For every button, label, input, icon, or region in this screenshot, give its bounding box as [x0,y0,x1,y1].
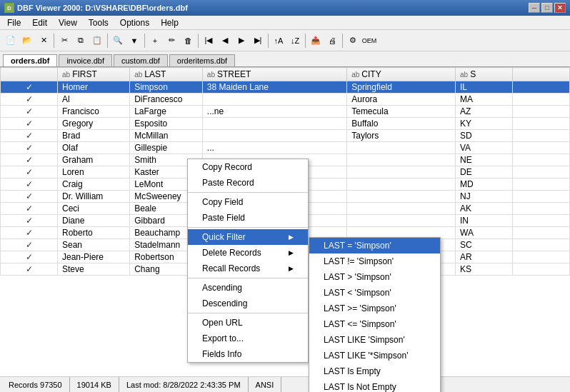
close-icon[interactable]: ✕ [36,33,51,49]
oem-icon[interactable]: OEM [361,33,377,49]
row-state: AK [456,203,513,215]
table-row[interactable]: ✓ Homer Simpson 38 Maiden Lane Springfie… [1,81,570,94]
tab-orders[interactable]: orders.dbf [3,54,57,66]
settings-icon[interactable]: ⚙ [345,33,361,49]
row-last: Simpson [130,81,203,94]
filter-less[interactable]: LAST < 'Simpson' [309,285,440,301]
table-row[interactable]: ✓ Gregory Esposito Buffalo KY [1,118,570,130]
status-bar: Records 97350 19014 KB Last mod: 8/28/20… [0,376,570,392]
menu-copy-field[interactable]: Copy Field [188,194,308,210]
col-street[interactable]: abSTREET [202,68,346,81]
menu-tools[interactable]: Tools [83,16,114,29]
minimize-button[interactable]: ─ [529,3,540,13]
filter-is-not-empty[interactable]: LAST Is Not Empty [309,379,440,392]
row-check: ✓ [1,215,58,227]
row-first: Loren [58,166,130,179]
export-icon[interactable]: 📤 [308,33,324,49]
row-street [202,130,346,142]
cut-icon[interactable]: ✂ [56,33,72,49]
close-button[interactable]: ✕ [554,3,566,13]
new-icon[interactable]: 📄 [3,33,19,49]
add-icon[interactable]: + [147,33,163,49]
col-last[interactable]: abLAST [130,68,203,81]
menu-file[interactable]: File [1,16,26,29]
filter-like[interactable]: LAST LIKE 'Simpson' [309,332,440,348]
row-check: ✓ [1,94,58,106]
menu-export[interactable]: Export to... [188,331,308,346]
menu-delete-records[interactable]: Delete Records ▶ [188,245,308,261]
filter-equal[interactable]: LAST = 'Simpson' [309,238,440,253]
row-first: Gregory [58,118,130,130]
row-city [347,203,456,215]
tab-invoice[interactable]: invoice.dbf [59,54,112,66]
filter-gte[interactable]: LAST >= 'Simpson' [309,301,440,316]
sort-desc-icon[interactable]: ↓Z [287,33,303,49]
row-street: ... [202,142,346,154]
row-check: ✓ [1,179,58,191]
filter-like-star[interactable]: LAST LIKE '*Simpson' [309,348,440,363]
row-check: ✓ [1,81,58,94]
row-last: McMillan [130,130,203,142]
menu-paste-field[interactable]: Paste Field [188,210,308,226]
menu-copy-record[interactable]: Copy Record [188,159,308,175]
quick-filter-arrow: ▶ [289,233,294,241]
menu-open-url[interactable]: Open URL [188,315,308,331]
status-encoding: ANSI [249,377,282,392]
row-first: Dr. William [58,191,130,203]
title-bar-text: DBF Viewer 2000: D:\VSHARE\DBF\orders.db… [17,4,188,12]
menu-options[interactable]: Options [114,16,155,29]
menu-descending[interactable]: Descending [188,296,308,311]
row-state: SD [456,130,513,142]
row-check: ✓ [1,263,58,276]
tab-orderitems[interactable]: orderitems.dbf [169,54,235,66]
delete-icon[interactable]: 🗑 [180,33,196,49]
table-row[interactable]: ✓ Olaf Gillespie ... VA [1,142,570,154]
status-lastmod: Last mod: 8/28/2022 2:43:35 PM [119,377,249,392]
filter-not-equal[interactable]: LAST != 'Simpson' [309,253,440,269]
context-menu-quick-filter: LAST = 'Simpson' LAST != 'Simpson' LAST … [309,237,441,392]
row-first: Graham [58,154,130,166]
copy-icon[interactable]: ⧉ [73,33,89,49]
table-row[interactable]: ✓ Al DiFrancesco Aurora MA [1,94,570,106]
col-check [1,68,58,81]
status-size: 19014 KB [70,377,119,392]
menu-recall-records[interactable]: Recall Records ▶ [188,261,308,276]
sort-asc-icon[interactable]: ↑A [271,33,286,49]
prev-icon[interactable]: ◀ [217,33,233,49]
status-records: Records 97350 [6,377,70,392]
menu-paste-record[interactable]: Paste Record [188,175,308,191]
row-city [347,191,456,203]
maximize-button[interactable]: □ [541,3,553,13]
col-state[interactable]: abS [456,68,513,81]
next-icon[interactable]: ▶ [234,33,249,49]
col-first[interactable]: abFIRST [58,68,130,81]
menu-help[interactable]: Help [155,16,184,29]
row-check: ✓ [1,118,58,130]
find-icon[interactable]: 🔍 [110,33,126,49]
filter-icon[interactable]: ▼ [126,33,142,49]
paste-icon[interactable]: 📋 [89,33,105,49]
menu-edit[interactable]: Edit [26,16,53,29]
menu-ascending[interactable]: Ascending [188,280,308,296]
menu-fields-info[interactable]: Fields Info [188,346,308,362]
first-icon[interactable]: |◀ [201,33,216,49]
row-first: Diane [58,215,130,227]
print-icon[interactable]: 🖨 [324,33,340,49]
tab-bar: orders.dbf invoice.dbf custom.dbf orderi… [0,51,570,67]
filter-lte[interactable]: LAST <= 'Simpson' [309,316,440,332]
edit-icon[interactable]: ✏ [164,33,179,49]
table-row[interactable]: ✓ Brad McMillan Taylors SD [1,130,570,142]
tab-custom[interactable]: custom.dbf [114,54,168,66]
row-first: Francisco [58,106,130,118]
menu-view[interactable]: View [53,16,83,29]
col-city[interactable]: abCITY [347,68,456,81]
row-check: ✓ [1,251,58,263]
filter-is-empty[interactable]: LAST Is Empty [309,363,440,379]
row-city: Aurora [347,94,456,106]
menu-quick-filter[interactable]: Quick Filter ▶ [188,229,308,245]
filter-greater[interactable]: LAST > 'Simpson' [309,269,440,285]
table-row[interactable]: ✓ Francisco LaFarge ...ne Temecula AZ [1,106,570,118]
last-icon[interactable]: ▶| [250,33,266,49]
open-icon[interactable]: 📂 [19,33,35,49]
row-check: ✓ [1,191,58,203]
